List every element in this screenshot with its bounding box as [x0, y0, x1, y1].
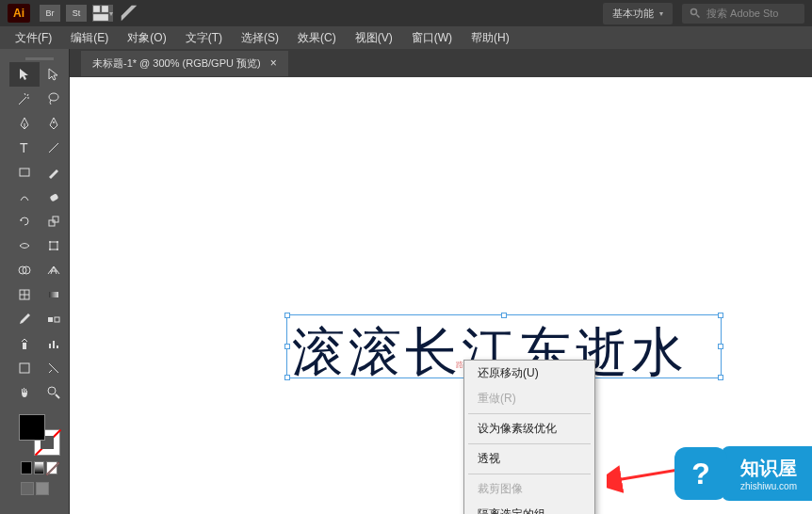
handle-bottom-left[interactable]	[284, 375, 290, 380]
svg-line-4	[697, 15, 700, 18]
svg-point-6	[53, 121, 55, 123]
watermark-subtitle: zhishiwu.com	[740, 481, 797, 491]
document-title: 未标题-1* @ 300% (RGB/GPU 预览)	[92, 56, 261, 71]
curvature-tool[interactable]	[40, 111, 70, 136]
cm-separator	[468, 443, 591, 444]
menu-file[interactable]: 文件(F)	[8, 28, 59, 48]
workspace-switcher[interactable]: 基本功能 ▾	[603, 3, 673, 24]
handle-left-mid[interactable]	[284, 344, 290, 349]
svg-rect-1	[102, 6, 108, 12]
menu-window[interactable]: 窗口(W)	[404, 28, 460, 48]
menu-edit[interactable]: 编辑(E)	[63, 28, 116, 48]
perspective-grid-tool[interactable]	[40, 258, 70, 282]
svg-point-17	[57, 249, 58, 250]
svg-point-14	[49, 241, 51, 243]
svg-rect-23	[49, 292, 58, 297]
app-logo: Ai	[8, 4, 30, 23]
symbol-sprayer-tool[interactable]	[9, 331, 40, 356]
svg-rect-24	[48, 317, 53, 322]
selection-tool[interactable]	[9, 62, 40, 87]
cm-isolate[interactable]: 隔离选定的组	[464, 502, 594, 514]
svg-rect-29	[57, 345, 58, 348]
svg-rect-27	[49, 344, 51, 348]
line-tool[interactable]	[40, 136, 70, 160]
blend-tool[interactable]	[40, 307, 70, 331]
svg-point-15	[57, 241, 58, 243]
menu-effect[interactable]: 效果(C)	[290, 28, 344, 48]
lasso-tool[interactable]	[40, 87, 70, 111]
hand-tool[interactable]	[9, 380, 40, 405]
svg-point-31	[48, 387, 56, 394]
svg-rect-2	[93, 14, 108, 21]
canvas-area: 未标题-1* @ 300% (RGB/GPU 预览) × 滚滚长江东逝水 路径 …	[70, 49, 812, 514]
cm-redo: 重做(R)	[464, 386, 594, 411]
tool-panel: T	[9, 49, 70, 514]
app-header: Ai Br St ▾ 基本功能 ▾ 搜索 Adobe Sto	[0, 0, 812, 26]
slice-tool[interactable]	[40, 356, 70, 380]
eyedropper-tool[interactable]	[9, 307, 40, 331]
cm-pixel-optimize[interactable]: 设为像素级优化	[464, 416, 594, 442]
cm-undo[interactable]: 还原移动(U)	[464, 361, 594, 386]
direct-selection-tool[interactable]	[40, 62, 70, 87]
handle-bottom-right[interactable]	[718, 375, 723, 380]
gradient-tool[interactable]	[40, 282, 70, 307]
svg-rect-13	[50, 242, 57, 249]
menu-help[interactable]: 帮助(H)	[463, 28, 517, 48]
mesh-tool[interactable]	[9, 282, 40, 307]
svg-rect-11	[49, 220, 55, 226]
cm-separator	[468, 474, 591, 474]
color-swatches	[9, 405, 69, 503]
swatch-none[interactable]	[46, 461, 57, 474]
eraser-tool[interactable]	[40, 185, 70, 209]
pen-tool[interactable]	[9, 111, 40, 136]
swatch-color[interactable]	[21, 461, 32, 474]
svg-point-5	[49, 93, 58, 101]
canvas[interactable]: 滚滚长江东逝水 路径 还原移动(U) 重做(R) 设为像素级优化 透视 裁剪图像…	[70, 77, 812, 514]
paintbrush-tool[interactable]	[40, 160, 70, 185]
zoom-tool[interactable]	[40, 380, 70, 405]
handle-top-right[interactable]	[718, 313, 723, 318]
menu-type[interactable]: 文字(T)	[178, 28, 230, 48]
menu-view[interactable]: 视图(V)	[348, 28, 400, 48]
screen-mode-normal[interactable]	[21, 482, 34, 495]
svg-text:T: T	[20, 140, 28, 155]
scale-tool[interactable]	[40, 209, 70, 233]
fill-color[interactable]	[19, 414, 45, 441]
free-transform-tool[interactable]	[40, 233, 70, 258]
menu-object[interactable]: 对象(O)	[120, 28, 173, 48]
menu-select[interactable]: 选择(S)	[234, 28, 286, 48]
swatch-gradient[interactable]	[34, 461, 45, 474]
arrange-icon[interactable]: ▾	[92, 5, 113, 22]
type-tool[interactable]: T	[9, 136, 40, 160]
shaper-tool[interactable]	[9, 185, 40, 209]
watermark-title: 知识屋	[740, 456, 797, 481]
screen-mode-full[interactable]	[36, 482, 49, 495]
panel-grip[interactable]	[9, 55, 69, 62]
handle-right-mid[interactable]	[718, 344, 723, 349]
artboard-tool[interactable]	[9, 356, 40, 380]
svg-rect-9	[20, 169, 29, 176]
svg-rect-10	[50, 193, 59, 201]
cm-perspective[interactable]: 透视	[464, 446, 594, 472]
watermark-badge-icon: ?	[674, 447, 727, 500]
rotate-tool[interactable]	[9, 209, 40, 233]
close-icon[interactable]: ×	[270, 56, 277, 70]
width-tool[interactable]	[9, 233, 40, 258]
feather-icon[interactable]	[119, 5, 139, 22]
svg-line-32	[56, 394, 59, 398]
main-menu: 文件(F) 编辑(E) 对象(O) 文字(T) 选择(S) 效果(C) 视图(V…	[0, 26, 812, 49]
svg-line-8	[49, 143, 58, 153]
handle-top-left[interactable]	[284, 313, 290, 318]
search-input[interactable]: 搜索 Adobe Sto	[682, 4, 804, 24]
shape-builder-tool[interactable]	[9, 258, 40, 282]
rectangle-tool[interactable]	[9, 160, 40, 185]
document-tab[interactable]: 未标题-1* @ 300% (RGB/GPU 预览) ×	[81, 51, 288, 76]
stock-icon[interactable]: St	[66, 5, 87, 22]
magic-wand-tool[interactable]	[9, 87, 40, 111]
svg-point-16	[49, 249, 51, 250]
svg-rect-0	[93, 6, 100, 12]
bridge-icon[interactable]: Br	[40, 5, 60, 22]
svg-rect-25	[55, 317, 59, 322]
svg-rect-30	[20, 363, 29, 373]
graph-tool[interactable]	[40, 331, 70, 356]
